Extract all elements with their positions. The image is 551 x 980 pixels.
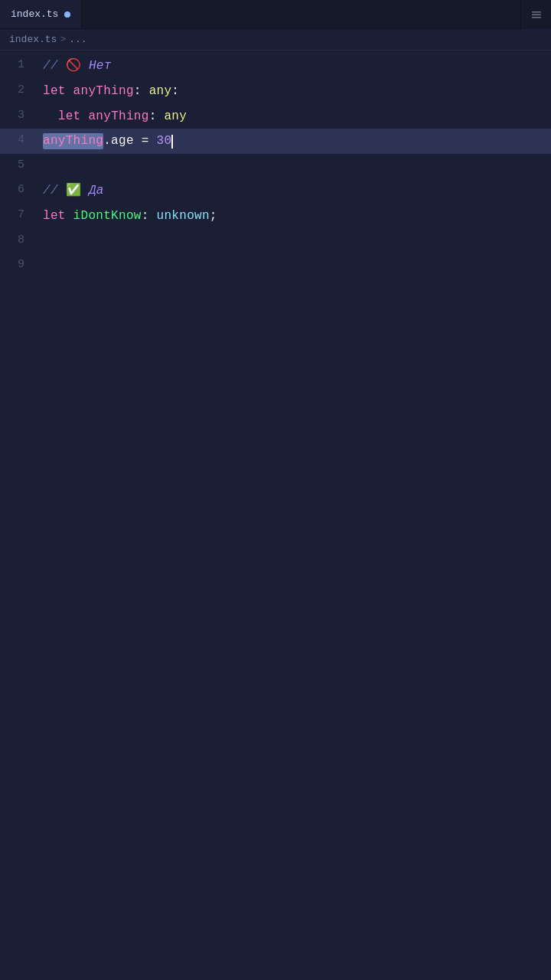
line-number-6: 6 bbox=[0, 178, 37, 204]
code-line-2: 2 let anyThing: any: bbox=[0, 79, 551, 104]
tab-index-ts[interactable]: index.ts bbox=[0, 0, 82, 28]
code-line-8: 8 bbox=[0, 229, 551, 253]
text-cursor bbox=[171, 135, 173, 149]
keyword-let-3: let bbox=[43, 208, 73, 224]
colon-7: : bbox=[142, 208, 157, 224]
line-number-5: 5 bbox=[0, 154, 37, 178]
type-any: any bbox=[149, 83, 172, 100]
colon-3: : bbox=[149, 109, 165, 125]
line-content-5 bbox=[37, 154, 551, 178]
breadcrumb-path: ... bbox=[69, 34, 86, 45]
breadcrumb-file[interactable]: index.ts bbox=[9, 34, 57, 45]
comment-text: Нет bbox=[81, 58, 112, 74]
breadcrumb: index.ts > ... bbox=[0, 29, 551, 51]
editor-area: 1 // 🚫 Нет 2 let anyThing: any: 3 let an… bbox=[0, 51, 551, 278]
line-content-8 bbox=[37, 229, 551, 253]
code-line-6: 6 // ✅ Да bbox=[0, 178, 551, 204]
code-line-9: 9 bbox=[0, 253, 551, 278]
colon: : bbox=[134, 83, 149, 100]
line-number-8: 8 bbox=[0, 229, 37, 253]
colon2: : bbox=[171, 83, 179, 100]
tab-bar: index.ts bbox=[0, 0, 551, 29]
code-line-7: 7 let iDontKnow: unknown; bbox=[0, 204, 551, 229]
svg-rect-2 bbox=[532, 17, 541, 18]
keyword-let: let bbox=[43, 83, 73, 100]
line-number-7: 7 bbox=[0, 204, 37, 229]
line-content-2[interactable]: let anyThing: any: bbox=[37, 79, 551, 104]
semicolon-7: ; bbox=[210, 208, 217, 224]
comment-token-2: // bbox=[43, 183, 66, 199]
comment-token: // bbox=[43, 58, 66, 74]
dot-age: .age = bbox=[103, 133, 156, 149]
line-number-9: 9 bbox=[0, 253, 37, 278]
line-content-1[interactable]: // 🚫 Нет bbox=[37, 54, 551, 79]
line-content-9 bbox=[37, 253, 551, 278]
svg-rect-1 bbox=[532, 14, 541, 15]
line-content-6[interactable]: // ✅ Да bbox=[37, 178, 551, 204]
emoji-yes: ✅ bbox=[66, 183, 81, 199]
code-line-5: 5 bbox=[0, 154, 551, 178]
code-line-3: 3 let anyThing: any bbox=[0, 104, 551, 129]
line-content-3[interactable]: let anyThing: any bbox=[37, 104, 551, 129]
tab-modified-dot bbox=[64, 11, 70, 18]
var-anyThing: anyThing bbox=[73, 83, 134, 100]
line-content-7[interactable]: let iDontKnow: unknown; bbox=[37, 204, 551, 229]
type-unknown: unknown bbox=[157, 208, 210, 224]
keyword-let-2: let bbox=[43, 109, 88, 125]
line-number-4: 4 bbox=[0, 129, 37, 154]
line-number-3: 3 bbox=[0, 104, 37, 129]
line-number-2: 2 bbox=[0, 79, 37, 104]
tab-label: index.ts bbox=[11, 8, 58, 20]
code-line-4: 4 anyThing.age = 30 bbox=[0, 129, 551, 154]
tab-overflow-icon[interactable] bbox=[520, 0, 551, 29]
comment-yes-text: Да bbox=[81, 183, 104, 199]
breadcrumb-sep: > bbox=[60, 34, 66, 45]
highlighted-anyThing: anyThing bbox=[43, 133, 103, 149]
line-content-4[interactable]: anyThing.age = 30 bbox=[37, 129, 551, 154]
number-30: 30 bbox=[157, 133, 172, 149]
svg-rect-0 bbox=[532, 11, 541, 13]
type-any-2: any bbox=[164, 109, 187, 125]
var-iDontKnow: iDontKnow bbox=[73, 208, 142, 224]
var-anyThing-2: anyThing bbox=[88, 109, 148, 125]
code-line-1: 1 // 🚫 Нет bbox=[0, 54, 551, 79]
line-number-1: 1 bbox=[0, 54, 37, 79]
emoji-no: 🚫 bbox=[66, 58, 81, 74]
